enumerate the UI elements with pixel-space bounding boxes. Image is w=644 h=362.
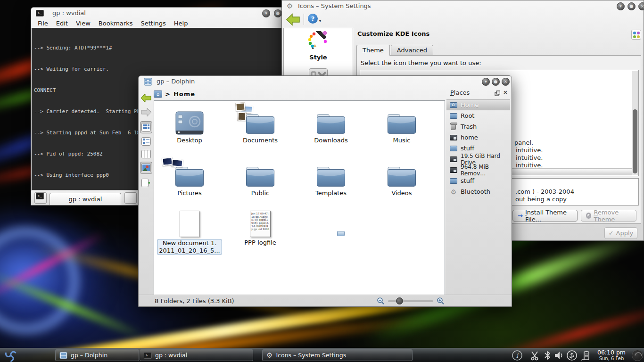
split-view-button[interactable] xyxy=(140,177,152,189)
maximize-button[interactable]: ● xyxy=(627,2,636,10)
launcher-icon[interactable] xyxy=(4,349,18,362)
klipper-scissors-icon[interactable] xyxy=(529,350,540,361)
places-item-stuff2[interactable]: stuff xyxy=(446,175,510,186)
dolphin-icon xyxy=(59,352,67,359)
folder-icon xyxy=(450,146,457,151)
scrollbar[interactable] xyxy=(632,71,638,175)
notifications-icon[interactable]: i xyxy=(512,350,523,361)
trash-icon xyxy=(451,123,456,130)
file-item-public[interactable]: Public xyxy=(227,157,293,197)
close-panel-icon[interactable]: × xyxy=(503,89,508,96)
file-label: Videos xyxy=(369,189,435,197)
taskbar: gp – Dolphin >_ gp : wvdial ⚙ Icons – Sy… xyxy=(0,348,644,362)
detach-tab-button[interactable]: >_ xyxy=(124,192,137,204)
terminal-titlebar[interactable]: >_ gp : wvdial ▾ ● × xyxy=(31,8,286,19)
file-item-music[interactable]: Music xyxy=(369,105,435,144)
terminal-line: --> Sending: ATDT*99***1# xyxy=(34,44,285,51)
home-folder-icon[interactable]: ⌂ xyxy=(154,90,162,98)
dolphin-titlebar[interactable]: gp – Dolphin ▾ ● × xyxy=(139,76,512,87)
terminal-menubar: File Edit View Bookmarks Settings Help xyxy=(31,19,286,29)
tab-theme[interactable]: Theme xyxy=(356,45,390,56)
zoom-out-icon[interactable] xyxy=(377,297,385,305)
install-arrow-icon: → xyxy=(518,212,523,219)
scrollbar-thumb[interactable] xyxy=(633,109,637,173)
dolphin-icon xyxy=(144,78,152,86)
maximize-button[interactable]: ● xyxy=(274,9,282,17)
file-label: Documents xyxy=(227,137,293,144)
folder-icon xyxy=(450,178,457,184)
gear-icon: ⚙ xyxy=(287,2,293,10)
file-label: Pictures xyxy=(157,189,223,197)
volume-icon[interactable] xyxy=(553,350,565,361)
minimize-button[interactable]: ▾ xyxy=(617,2,625,10)
places-item-home[interactable]: Home xyxy=(446,99,510,110)
file-item-templates[interactable]: Templates xyxy=(298,157,364,197)
place-label: stuff xyxy=(461,145,474,152)
maximize-button[interactable]: ● xyxy=(492,78,500,86)
hard-drive-icon xyxy=(450,135,457,140)
chevron-down-icon[interactable]: ▾ xyxy=(319,19,321,23)
place-label: home xyxy=(461,134,478,141)
settings-titlebar[interactable]: ⚙ Icons – System Settings ▾ ● × xyxy=(282,0,644,12)
file-item-downloads[interactable]: Downloads xyxy=(298,105,364,144)
bluetooth-icon[interactable] xyxy=(542,350,553,361)
columns-view-button[interactable] xyxy=(140,148,152,160)
forward-button[interactable] xyxy=(140,106,152,118)
sidebar-item-style[interactable]: Style xyxy=(284,28,353,61)
places-item-bluetooth[interactable]: ⚙ Bluetooth xyxy=(446,186,510,197)
icons-module-icon xyxy=(631,30,641,40)
back-button[interactable] xyxy=(140,92,152,104)
details-view-button[interactable] xyxy=(140,135,152,148)
place-label: Bluetooth xyxy=(461,188,490,195)
task-dolphin[interactable]: gp – Dolphin xyxy=(55,349,139,361)
remove-theme-button[interactable]: Remove Theme xyxy=(581,210,636,222)
zoom-in-icon[interactable] xyxy=(437,297,445,305)
status-text: 8 Folders, 2 Files (3.3 KiB) xyxy=(155,297,234,304)
float-panel-icon[interactable] xyxy=(495,90,500,96)
task-wvdial[interactable]: >_ gp : wvdial xyxy=(140,349,253,361)
places-item-trash[interactable]: Trash xyxy=(446,121,510,132)
clock[interactable]: 06:10 pm Sun, 6 Feb xyxy=(592,349,631,361)
places-item-root[interactable]: Root xyxy=(446,110,510,121)
back-button[interactable] xyxy=(286,13,301,26)
usb-device-icon[interactable] xyxy=(566,350,578,361)
folder-icon xyxy=(298,105,364,135)
dolphin-window: gp – Dolphin ▾ ● × ⌂ > Home xyxy=(138,75,512,307)
minimize-button[interactable]: ▾ xyxy=(262,9,270,17)
panel-toolbox-icon[interactable] xyxy=(632,350,643,361)
text-preview-icon: Jan 17 09:47:18 gp-Aspire-5738 pppd[1946… xyxy=(227,207,293,237)
file-item-ppp-logfile[interactable]: Jan 17 09:47:18 gp-Aspire-5738 pppd[1946… xyxy=(227,207,293,247)
battery-icon[interactable] xyxy=(580,350,591,361)
places-item-removable[interactable]: 964.8 MiB Remov… xyxy=(446,165,510,175)
zoom-slider-track[interactable] xyxy=(388,300,433,302)
file-label: Downloads xyxy=(298,137,364,144)
desktop-icon xyxy=(157,105,223,135)
breadcrumb-home[interactable]: Home xyxy=(173,90,195,98)
preview-button[interactable] xyxy=(140,162,152,174)
file-item-new-document[interactable]: New document 1.2011_01_20_16_5... xyxy=(157,207,223,255)
dolphin-file-view[interactable]: Desktop Documents xyxy=(154,100,445,295)
details-view-icon xyxy=(141,137,151,146)
drag-ghost-icon xyxy=(337,231,345,236)
breadcrumb-arrow-icon: > xyxy=(165,90,171,98)
file-item-pictures[interactable]: Pictures xyxy=(157,157,223,197)
help-button[interactable]: ? xyxy=(308,14,318,24)
task-system-settings[interactable]: ⚙ Icons – System Settings xyxy=(262,349,413,361)
apply-button[interactable]: ✓ Apply xyxy=(604,227,637,239)
settings-toolbar: ? ▾ xyxy=(282,12,644,27)
file-item-documents[interactable]: Documents xyxy=(227,105,293,144)
minimize-button[interactable]: ▾ xyxy=(482,78,490,86)
close-button[interactable]: × xyxy=(502,78,510,86)
terminal-tab[interactable]: gp : wvdial xyxy=(50,193,121,205)
tab-advanced[interactable]: Advanced xyxy=(391,45,433,55)
clock-time: 06:10 pm xyxy=(592,349,631,356)
install-theme-button[interactable]: → Install Theme File... xyxy=(512,210,578,222)
zoom-slider-knob[interactable] xyxy=(396,297,403,304)
file-item-desktop[interactable]: Desktop xyxy=(157,105,223,144)
close-button[interactable]: × xyxy=(638,2,644,10)
task-label: gp – Dolphin xyxy=(71,352,107,359)
places-item-home-partition[interactable]: home xyxy=(446,132,510,143)
place-label: Home xyxy=(461,101,479,108)
file-item-videos[interactable]: Videos xyxy=(369,157,435,197)
icons-view-button[interactable] xyxy=(140,121,152,133)
